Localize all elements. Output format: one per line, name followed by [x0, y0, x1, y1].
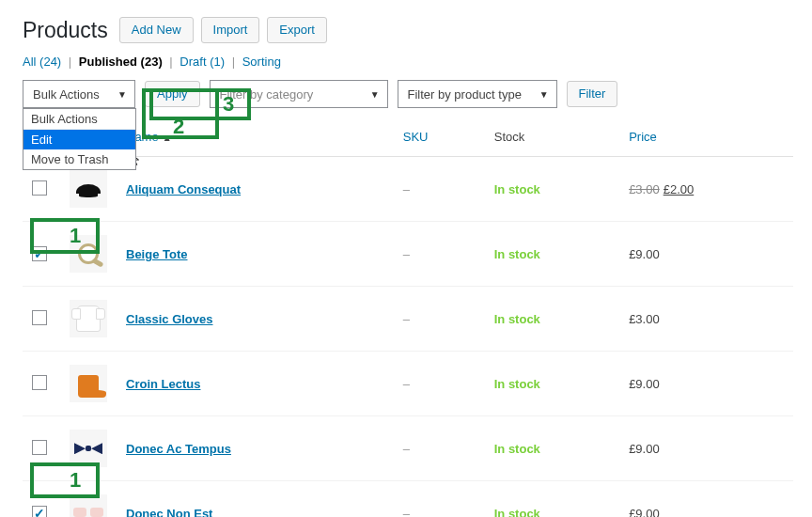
product-thumbnail[interactable]	[70, 235, 107, 273]
price-value: £9.00	[629, 442, 660, 456]
table-row: Croin Lectus–In stock£9.00	[23, 352, 793, 416]
bulk-actions-select[interactable]: Bulk Actions ▼ Bulk Actions Edit Move to…	[23, 80, 135, 108]
category-filter-placeholder: Filter by category	[220, 87, 314, 102]
row-checkbox[interactable]	[32, 310, 47, 325]
product-thumbnail[interactable]	[70, 365, 107, 402]
apply-button[interactable]: Apply	[145, 81, 200, 107]
stock-status: In stock	[494, 442, 540, 456]
bulk-option-edit[interactable]: Edit	[23, 130, 135, 149]
price-value: £9.00	[629, 247, 660, 261]
table-row: Classic Gloves–In stock£3.00	[23, 287, 793, 352]
name-column-header[interactable]: Name▲	[117, 118, 394, 157]
table-row: Aliquam Consequat–In stock£3.00£2.00	[23, 157, 793, 222]
separator: |	[169, 55, 172, 69]
table-row: Donec Ac Tempus–In stock£9.00	[23, 416, 793, 481]
chevron-down-icon: ▼	[370, 89, 380, 100]
product-thumbnail[interactable]	[70, 494, 107, 517]
products-table: Name▲ SKU Stock Price Aliquam Consequat–…	[23, 118, 793, 517]
product-type-value: Filter by product type	[408, 87, 522, 102]
stock-status: In stock	[494, 182, 540, 196]
sku-value: –	[403, 312, 410, 326]
price-column-header[interactable]: Price	[619, 118, 793, 157]
chevron-down-icon: ▼	[117, 89, 127, 100]
price-value: £3.00	[629, 312, 660, 326]
product-thumbnail[interactable]	[70, 300, 107, 337]
category-filter-select[interactable]: Filter by category ▼	[210, 80, 388, 108]
chevron-down-icon: ▼	[539, 89, 549, 100]
separator: |	[69, 55, 71, 69]
sku-value: –	[403, 247, 410, 261]
table-row: Beige Tote–In stock£9.00	[23, 222, 793, 287]
sale-price: £2.00	[664, 182, 695, 196]
view-sorting[interactable]: Sorting	[242, 55, 281, 69]
product-thumbnail[interactable]	[70, 430, 107, 467]
row-checkbox[interactable]	[32, 440, 47, 455]
bulk-option-bulk-actions[interactable]: Bulk Actions	[23, 109, 135, 130]
sku-column-header[interactable]: SKU	[394, 118, 485, 157]
sort-ascending-icon: ▲	[163, 133, 172, 143]
product-name-link[interactable]: Aliquam Consequat	[126, 182, 241, 196]
view-all[interactable]: All (24)	[23, 55, 61, 69]
add-new-button[interactable]: Add New	[119, 17, 194, 43]
old-price: £3.00	[629, 182, 660, 196]
stock-status: In stock	[494, 312, 540, 326]
view-published[interactable]: Published (23)	[79, 55, 163, 69]
product-thumbnail[interactable]	[70, 170, 107, 208]
page-title: Products	[23, 18, 108, 43]
price-value: £9.00	[629, 377, 660, 391]
stock-column-header[interactable]: Stock	[485, 118, 619, 157]
row-checkbox[interactable]	[32, 246, 47, 261]
product-name-link[interactable]: Classic Gloves	[126, 312, 213, 326]
stock-status: In stock	[494, 507, 540, 517]
row-checkbox[interactable]	[32, 506, 47, 517]
row-checkbox[interactable]	[32, 375, 47, 390]
price-value: £9.00	[629, 507, 660, 517]
row-checkbox[interactable]	[32, 180, 47, 196]
view-draft[interactable]: Draft (1)	[180, 55, 225, 69]
sku-value: –	[403, 507, 410, 517]
export-button[interactable]: Export	[267, 17, 327, 43]
product-name-link[interactable]: Donec Ac Tempus	[126, 442, 231, 456]
product-type-select[interactable]: Filter by product type ▼	[398, 80, 557, 108]
table-row: Donec Non Est–In stock£9.00	[23, 481, 793, 517]
stock-status: In stock	[494, 247, 540, 261]
separator: |	[232, 55, 235, 69]
sku-value: –	[403, 377, 410, 391]
bulk-option-trash[interactable]: Move to Trash	[23, 149, 135, 169]
product-name-link[interactable]: Croin Lectus	[126, 377, 200, 391]
bulk-actions-value: Bulk Actions	[33, 87, 100, 102]
product-name-link[interactable]: Beige Tote	[126, 247, 188, 261]
page-header: Products Add New Import Export	[23, 17, 793, 43]
sku-value: –	[403, 442, 410, 456]
import-button[interactable]: Import	[201, 17, 260, 43]
bulk-actions-dropdown: Bulk Actions Edit Move to Trash	[23, 108, 136, 170]
stock-status: In stock	[494, 377, 540, 391]
filter-button[interactable]: Filter	[567, 81, 618, 107]
sku-value: –	[403, 182, 410, 196]
filter-bar: Bulk Actions ▼ Bulk Actions Edit Move to…	[23, 80, 793, 108]
product-name-link[interactable]: Donec Non Est	[126, 507, 212, 517]
view-filters: All (24) | Published (23) | Draft (1) | …	[23, 55, 793, 69]
